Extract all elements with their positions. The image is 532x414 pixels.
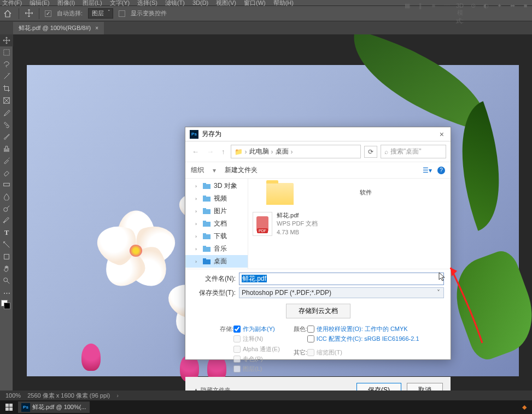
menu-file[interactable]: 文件(F)	[2, 0, 22, 7]
menu-view[interactable]: 视图(V)	[216, 0, 236, 7]
wand-tool[interactable]	[0, 70, 13, 82]
color-swatch[interactable]	[0, 299, 13, 311]
breadcrumb-desktop[interactable]: 桌面	[276, 147, 289, 156]
icc-checkbox[interactable]	[307, 335, 314, 342]
sidebar-item-desktop[interactable]: ›桌面	[185, 255, 248, 268]
sidebar-item-3d[interactable]: ›3D 对象	[185, 180, 248, 192]
path-tool[interactable]	[0, 239, 13, 251]
sidebar-item-music[interactable]: ›音乐	[185, 243, 248, 255]
home-icon[interactable]	[2, 8, 13, 19]
menu-edit[interactable]: 编辑(E)	[30, 0, 50, 7]
autoselect-label: 自动选择:	[57, 9, 83, 17]
breadcrumb[interactable]: 📁 › 此电脑 › 桌面 ›	[231, 145, 361, 158]
sidebar-item-pictures[interactable]: ›图片	[185, 205, 248, 217]
forward-icon[interactable]: →	[204, 147, 216, 156]
file-item-folder[interactable]	[253, 183, 307, 207]
menu-3d[interactable]: 3D(D)	[192, 0, 208, 6]
move-tool-icon[interactable]	[25, 9, 33, 19]
autoselect-checkbox[interactable]	[45, 10, 51, 17]
threed-icon[interactable]: ⊙	[469, 2, 477, 25]
other-label: 其它:	[287, 348, 307, 358]
organize-button[interactable]: 组织	[191, 165, 204, 175]
svg-rect-0	[4, 50, 10, 56]
proof-checkbox[interactable]	[307, 326, 314, 333]
blur-tool[interactable]	[0, 191, 13, 203]
hand-tool[interactable]	[0, 263, 13, 275]
crop-tool[interactable]	[0, 82, 13, 94]
sidebar-item-video[interactable]: ›视频	[185, 192, 248, 205]
move-tool[interactable]	[0, 34, 13, 46]
tray-icon[interactable]: ◆	[519, 401, 530, 413]
filename-input[interactable]: 鲜花.pdf	[239, 273, 444, 285]
alpha-option: Alpha 通道(E)	[243, 345, 280, 353]
taskbar-photoshop[interactable]: Ps 鲜花.pdf @ 100%(...	[18, 401, 90, 413]
icc-option[interactable]: ICC 配置文件(C): sRGB IEC61966-2.1	[317, 335, 419, 342]
align-icon[interactable]: ≡	[429, 2, 438, 25]
threed-icon[interactable]: ✦	[495, 2, 504, 25]
menu-window[interactable]: 窗口(W)	[244, 0, 266, 7]
help-icon[interactable]: ?	[437, 167, 445, 174]
gradient-tool[interactable]	[0, 179, 13, 191]
refresh-icon[interactable]: ⟳	[364, 146, 377, 158]
showcontrols-checkbox[interactable]	[119, 10, 125, 17]
close-icon[interactable]: ×	[437, 130, 446, 139]
file-browser[interactable]: PDF 鲜花.pdf WPS PDF 文档 4.73 MB 软件	[248, 179, 451, 269]
sidebar-item-downloads[interactable]: ›下载	[185, 230, 248, 243]
menu-type[interactable]: 文字(Y)	[110, 0, 130, 7]
copy-option[interactable]: 作为副本(Y)	[243, 325, 275, 333]
layer-dropdown[interactable]: 图层	[88, 8, 113, 19]
start-button[interactable]	[2, 401, 16, 413]
svg-rect-8	[203, 197, 211, 202]
healing-tool[interactable]	[0, 119, 13, 131]
threed-icon[interactable]: ◐	[482, 2, 490, 25]
breadcrumb-pc[interactable]: 此电脑	[249, 147, 269, 156]
threed-label: 3D 模式:	[455, 2, 464, 25]
dodge-tool[interactable]	[0, 203, 13, 215]
marquee-tool[interactable]	[0, 46, 13, 58]
proof-option[interactable]: 使用校样设置(O): 工作中的 CMYK	[317, 325, 408, 333]
zoom-tool[interactable]	[0, 275, 13, 287]
brush-tool[interactable]	[0, 131, 13, 143]
menu-select[interactable]: 选择(S)	[137, 0, 157, 7]
zoom-level[interactable]: 100%	[5, 392, 21, 399]
close-tab-icon[interactable]: ×	[95, 25, 98, 31]
history-brush-tool[interactable]	[0, 155, 13, 167]
lasso-tool[interactable]	[0, 58, 13, 70]
sidebar-item-documents[interactable]: ›文档	[185, 217, 248, 230]
shape-tool[interactable]	[0, 251, 13, 263]
type-tool[interactable]: T	[0, 227, 13, 239]
save-to-cloud-button[interactable]: 存储到云文档	[286, 304, 350, 318]
copy-checkbox[interactable]	[233, 326, 241, 333]
filetype-dropdown[interactable]: Photoshop PDF (*.PDF;*.PDP)	[239, 287, 444, 298]
menu-filter[interactable]: 滤镜(T)	[165, 0, 185, 7]
eraser-tool[interactable]	[0, 167, 13, 179]
search-input[interactable]: ⌕ 搜索"桌面"	[381, 145, 446, 158]
status-bar: 100% 2560 像素 x 1600 像素 (96 ppi) ›	[0, 391, 532, 400]
menu-layer[interactable]: 图层(L)	[83, 0, 102, 7]
menu-image[interactable]: 图像(I)	[57, 0, 75, 7]
threed-icon[interactable]: ⬌	[508, 2, 517, 25]
taskbar-title: 鲜花.pdf @ 100%(...	[32, 403, 86, 411]
up-icon[interactable]: ↑	[219, 147, 227, 156]
frame-tool[interactable]	[0, 94, 13, 107]
back-icon[interactable]: ←	[190, 147, 201, 156]
align-icon[interactable]: ▦	[403, 2, 412, 25]
threed-icon[interactable]: ■	[521, 2, 530, 25]
svg-point-5	[4, 278, 8, 282]
file-item-pdf[interactable]: PDF 鲜花.pdf WPS PDF 文档 4.73 MB	[253, 211, 351, 236]
document-tab[interactable]: 鲜花.pdf @ 100%(RGB/8#) ×	[13, 22, 104, 34]
eyedropper-tool[interactable]	[0, 107, 13, 119]
align-icon[interactable]: ⋯	[442, 2, 451, 25]
dialog-toolbar: 组织▾ 新建文件夹 ☰▾ ?	[185, 162, 451, 178]
dialog-title: 另存为	[202, 129, 221, 139]
view-icon[interactable]: ☰▾	[423, 167, 432, 174]
svg-rect-14	[203, 234, 211, 239]
filename-label: 文件名(N):	[192, 274, 236, 283]
folder-name: 软件	[360, 188, 372, 197]
newfolder-button[interactable]: 新建文件夹	[225, 165, 258, 175]
edit-toolbar-icon[interactable]: ⋯	[0, 287, 13, 299]
stamp-tool[interactable]	[0, 143, 13, 155]
pen-tool[interactable]	[0, 215, 13, 227]
menu-help[interactable]: 帮助(H)	[273, 0, 294, 7]
align-icon[interactable]: ‖	[416, 2, 425, 25]
